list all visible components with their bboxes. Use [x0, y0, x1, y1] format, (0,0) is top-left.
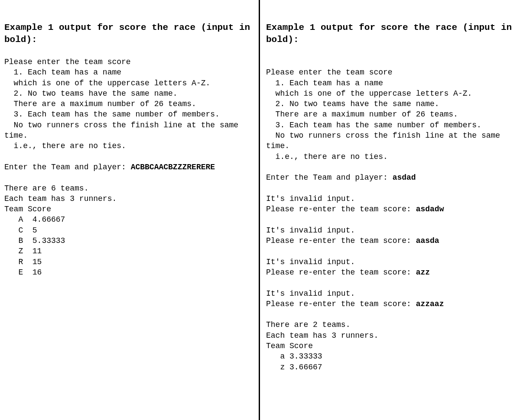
right-heading: Example 1 output for score the race (inp… — [266, 23, 517, 45]
right-invalid-msg-1: It's invalid input. Please re-enter the … — [266, 194, 416, 213]
left-prompt-label: Enter the Team and player: — [4, 163, 131, 171]
right-user-input-3: aasda — [416, 236, 439, 245]
left-user-input-1: ACBBCAACBZZZRERERE — [131, 163, 215, 171]
left-intro-text: Please enter the team score 1. Each team… — [4, 58, 243, 150]
right-user-input-5: azzaaz — [416, 300, 444, 308]
right-user-input-2: asdadw — [416, 205, 444, 213]
left-heading: Example 1 output for score the race (inp… — [4, 23, 256, 45]
right-invalid-msg-2: It's invalid input. Please re-enter the … — [266, 226, 416, 245]
left-result-text: There are 6 teams. Each team has 3 runne… — [4, 184, 117, 277]
right-result-text: There are 2 teams. Each team has 3 runne… — [266, 320, 378, 371]
right-user-input-1: asdad — [393, 173, 416, 182]
right-invalid-msg-4: It's invalid input. Please re-enter the … — [266, 289, 416, 308]
right-invalid-msg-3: It's invalid input. Please re-enter the … — [266, 258, 416, 277]
right-user-input-4: azz — [416, 268, 430, 277]
right-column: Example 1 output for score the race (inp… — [260, 0, 520, 420]
right-intro-text: Please enter the team score 1. Each team… — [266, 68, 505, 161]
two-column-layout: Example 1 output for score the race (inp… — [0, 0, 520, 420]
right-prompt-label: Enter the Team and player: — [266, 173, 393, 182]
left-column: Example 1 output for score the race (inp… — [0, 0, 260, 420]
